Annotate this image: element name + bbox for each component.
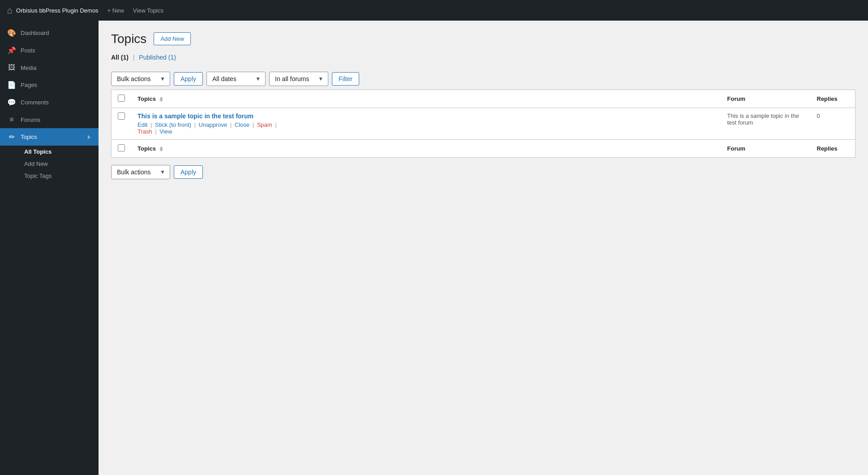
sort-arrows-topics-bottom xyxy=(159,147,163,151)
sidebar-item-label: Pages xyxy=(21,82,37,88)
forum-col-footer: Forum xyxy=(721,139,811,157)
dates-select[interactable]: All dates xyxy=(207,72,265,86)
bottom-toolbar: Bulk actions ▼ Apply xyxy=(111,161,855,183)
sidebar-item-label: Forums xyxy=(21,117,40,123)
topics-col-footer[interactable]: Topics xyxy=(131,139,721,157)
row-checkbox-cell xyxy=(112,108,132,139)
select-all-col-bottom xyxy=(112,139,132,157)
forum-cell: This is a sample topic in the test forum xyxy=(721,108,811,139)
forums-select[interactable]: In all forums xyxy=(270,72,328,86)
pages-icon: 📄 xyxy=(7,81,16,89)
sidebar-item-add-new[interactable]: Add New xyxy=(21,158,99,170)
table-row: This is a sample topic in the test forum… xyxy=(112,108,855,139)
bulk-actions-select[interactable]: Bulk actions xyxy=(112,72,170,86)
sidebar-item-label: Topics xyxy=(21,134,37,140)
apply-button-top[interactable]: Apply xyxy=(174,72,203,86)
sidebar-submenu-topics: All Topics Add New Topic Tags xyxy=(0,146,99,182)
replies-col-header: Replies xyxy=(811,90,855,108)
stick-link[interactable]: Stick (to front) xyxy=(155,121,191,128)
sidebar-item-label: Media xyxy=(21,65,36,71)
dashboard-icon: 🎨 xyxy=(7,29,16,37)
sidebar-item-label: Posts xyxy=(21,47,35,54)
new-label: + New xyxy=(107,7,124,14)
add-new-button[interactable]: Add New xyxy=(154,32,191,45)
topics-table: Topics Forum Replies Th xyxy=(111,90,855,158)
select-all-checkbox[interactable] xyxy=(118,95,125,102)
all-filter-link[interactable]: All (1) xyxy=(111,54,130,61)
new-button[interactable]: + New xyxy=(107,7,124,14)
sidebar-item-comments[interactable]: 💬 Comments xyxy=(0,94,99,111)
topics-col-header[interactable]: Topics xyxy=(131,90,721,108)
chevron-right-icon xyxy=(88,135,90,139)
media-icon: 🖼 xyxy=(7,64,16,72)
replies-cell: 0 xyxy=(811,108,855,139)
edit-link[interactable]: Edit xyxy=(138,121,147,128)
sidebar-item-topics[interactable]: ✏ Topics xyxy=(0,128,99,146)
posts-icon: 📌 xyxy=(7,46,16,55)
select-all-col xyxy=(112,90,132,108)
sidebar-item-posts[interactable]: 📌 Posts xyxy=(0,42,99,59)
sidebar-item-forums[interactable]: ≡ Forums xyxy=(0,111,99,128)
topic-title-link[interactable]: This is a sample topic in the test forum xyxy=(138,112,254,120)
forums-select-wrapper[interactable]: In all forums ▼ xyxy=(269,72,328,86)
filter-links: All (1) | Published (1) xyxy=(111,54,855,61)
trash-link[interactable]: Trash xyxy=(138,128,152,135)
filter-sep: | xyxy=(133,54,135,61)
filter-button[interactable]: Filter xyxy=(332,72,359,86)
sidebar-item-dashboard[interactable]: 🎨 Dashboard xyxy=(0,24,99,42)
site-name[interactable]: ⌂ Orbisius bbPress Plugin Demos xyxy=(7,5,99,16)
home-icon: ⌂ xyxy=(7,5,13,16)
page-title: Topics xyxy=(111,31,146,47)
topic-title-cell: This is a sample topic in the test forum… xyxy=(131,108,721,139)
view-link[interactable]: View xyxy=(159,128,172,135)
admin-bar: ⌂ Orbisius bbPress Plugin Demos + New Vi… xyxy=(0,0,868,21)
sidebar: 🎨 Dashboard 📌 Posts 🖼 Media 📄 Pages 💬 Co… xyxy=(0,21,99,475)
main-content: Topics Add New All (1) | Published (1) B… xyxy=(99,21,868,475)
page-header: Topics Add New xyxy=(111,31,855,47)
table-footer-row: Topics Forum Replies xyxy=(112,139,855,157)
sort-arrows-topics xyxy=(159,97,163,102)
site-name-label: Orbisius bbPress Plugin Demos xyxy=(16,7,99,14)
sidebar-item-media[interactable]: 🖼 Media xyxy=(0,59,99,76)
sidebar-item-label: Comments xyxy=(21,99,49,106)
sidebar-item-topic-tags[interactable]: Topic Tags xyxy=(21,170,99,182)
sidebar-item-all-topics[interactable]: All Topics xyxy=(21,146,99,158)
select-all-checkbox-bottom[interactable] xyxy=(118,144,125,151)
table-header-row: Topics Forum Replies xyxy=(112,90,855,108)
comments-icon: 💬 xyxy=(7,98,16,107)
replies-col-footer: Replies xyxy=(811,139,855,157)
spam-link[interactable]: Spam xyxy=(257,121,272,128)
bulk-actions-select-bottom[interactable]: Bulk actions xyxy=(112,165,170,179)
top-toolbar: Bulk actions ▼ Apply All dates ▼ In all … xyxy=(111,68,855,90)
bulk-actions-select-wrapper-bottom[interactable]: Bulk actions ▼ xyxy=(111,165,170,179)
sidebar-item-pages[interactable]: 📄 Pages xyxy=(0,76,99,94)
published-filter-link[interactable]: Published (1) xyxy=(139,54,176,61)
view-topics-link[interactable]: View Topics xyxy=(133,7,163,14)
unapprove-link[interactable]: Unapprove xyxy=(199,121,228,128)
close-link[interactable]: Close xyxy=(235,121,249,128)
forum-col-header: Forum xyxy=(721,90,811,108)
dates-select-wrapper[interactable]: All dates ▼ xyxy=(206,72,266,86)
apply-button-bottom[interactable]: Apply xyxy=(174,165,203,179)
topics-icon: ✏ xyxy=(7,133,16,141)
row-checkbox[interactable] xyxy=(118,112,125,120)
bulk-actions-select-wrapper[interactable]: Bulk actions ▼ xyxy=(111,72,170,86)
forums-icon: ≡ xyxy=(7,116,16,124)
sidebar-item-label: Dashboard xyxy=(21,30,49,36)
row-actions: Edit | Stick (to front) | Unapprove | Cl… xyxy=(138,121,715,135)
